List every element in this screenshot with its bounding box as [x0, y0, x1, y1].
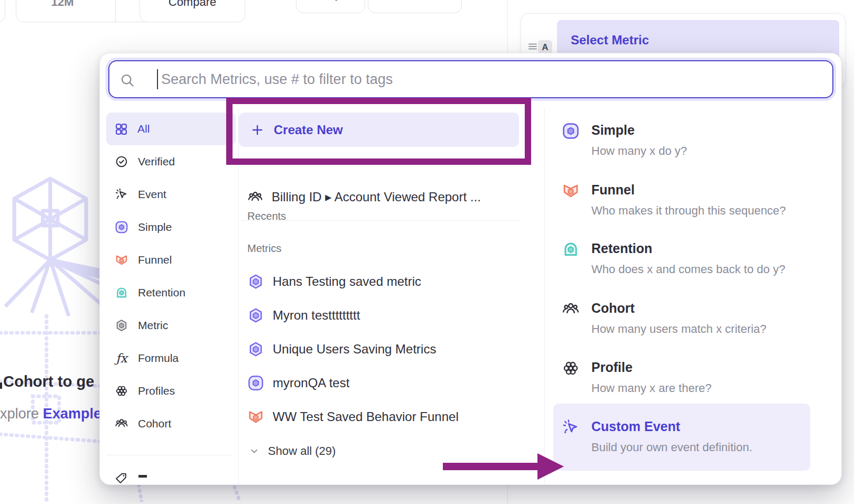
create-new-button[interactable]: Create New [239, 113, 519, 147]
plus-icon [250, 123, 264, 137]
sidebar-item-simple[interactable]: Simple [106, 211, 236, 244]
metric-hexagon-icon [247, 307, 264, 324]
metric-list-item[interactable]: Myron testtttttttt [247, 305, 360, 326]
compare-label: Compare [169, 0, 216, 9]
sidebar-item-profiles[interactable]: Profiles [106, 375, 236, 407]
show-all-label: Show all (29) [268, 444, 336, 458]
option-title: Simple [591, 122, 687, 138]
option-desc: How many x do y? [591, 144, 687, 158]
recents-divider [241, 220, 519, 221]
cohort-people-icon [562, 300, 580, 318]
retention-icon [115, 286, 128, 300]
sidebar-item-clipped[interactable] [115, 472, 147, 485]
sidebar-item-cohort[interactable]: Cohort [106, 407, 236, 440]
option-title: Cohort [591, 300, 766, 316]
range-12m-button[interactable]: 12M [16, 0, 109, 22]
simple-icon [115, 220, 128, 234]
line-chart-icon [394, 0, 407, 1]
sidebar-item-label: Verified [138, 155, 175, 168]
search-box [108, 60, 833, 98]
funnel-icon [115, 253, 128, 267]
metrics-section-label: Metrics [247, 242, 281, 255]
metric-item-label: WW Test Saved Behavior Funnel [273, 409, 459, 424]
link-prefix: xplore [0, 406, 43, 422]
sidebar-divider [238, 108, 239, 484]
cohort-people-icon [115, 417, 128, 431]
option-profile[interactable]: Profile How many x are there? [562, 359, 711, 395]
range-12m-label: 12M [51, 0, 74, 9]
option-desc: Who does x and comes back to do y? [591, 263, 785, 276]
sidebar-item-funnel[interactable]: Funnel [106, 244, 236, 276]
sidebar-item-all[interactable]: All [106, 113, 236, 145]
series-badge: A [538, 40, 552, 54]
metric-select-screen: 12M YTD Compare Day Line Cohort to ge [0, 0, 854, 504]
clipped-heading-fragment [0, 382, 2, 389]
option-desc: Build your own event definition. [591, 441, 753, 454]
sidebar-item-formula[interactable]: ƒx Formula [106, 342, 236, 375]
sidebar-item-label: Cohort [138, 417, 171, 430]
compare-button[interactable]: Compare [140, 0, 245, 22]
formula-icon: ƒx [115, 351, 128, 365]
search-icon [120, 73, 135, 88]
sidebar-item-label: Simple [138, 221, 172, 234]
metric-item-label: myronQA test [273, 376, 349, 390]
clipped-item-text [138, 475, 147, 478]
day-label: Day [320, 0, 341, 1]
sidebar-item-verified[interactable]: Verified [106, 145, 236, 178]
profiles-flower-icon [115, 384, 128, 398]
custom-event-cursor-icon [562, 418, 580, 436]
simple-icon [247, 375, 264, 391]
option-funnel[interactable]: Funnel Who makes it through this sequenc… [562, 182, 786, 218]
metric-item-label: Hans Testing saved metric [273, 274, 421, 289]
middle-divider [544, 108, 545, 484]
option-cohort[interactable]: Cohort How many users match x criteria? [562, 300, 766, 336]
line-label: Line [414, 0, 436, 1]
filter-sidebar: All Verified Event Simple Funnel Retenti… [106, 113, 236, 440]
option-retention[interactable]: Retention Who does x and comes back to d… [562, 240, 785, 276]
option-title: Profile [591, 359, 711, 375]
metric-list-item[interactable]: Unique Users Saving Metrics [247, 339, 436, 360]
option-desc: How many x are there? [591, 381, 711, 395]
metric-hexagon-icon [247, 341, 264, 358]
empty-state-text: xplore Example [0, 406, 101, 422]
option-custom-event[interactable]: Custom Event Build your own event defini… [562, 418, 753, 454]
option-desc: Who makes it through this sequence? [591, 204, 786, 218]
sidebar-item-label: Formula [138, 352, 179, 365]
sidebar-item-label: Metric [138, 319, 168, 332]
metric-list-item[interactable]: Hans Testing saved metric [247, 271, 421, 292]
text-cursor [157, 69, 158, 89]
funnel-icon [247, 408, 264, 425]
option-simple[interactable]: Simple How many x do y? [562, 122, 687, 158]
clipped-left-button[interactable] [0, 0, 5, 22]
example-link[interactable]: Example [43, 406, 101, 422]
sidebar-item-event[interactable]: Event [106, 178, 236, 211]
chart-type-line-button[interactable]: Line [368, 0, 462, 13]
drag-handle-icon[interactable] [526, 40, 539, 53]
search-input[interactable] [160, 63, 818, 95]
event-cursor-icon [115, 188, 128, 201]
recent-item[interactable]: Billing ID ▸ Account Viewed Report ... [247, 186, 481, 208]
sidebar-item-label: Profiles [138, 385, 175, 397]
funnel-icon [562, 182, 580, 200]
granularity-day-button[interactable]: Day [296, 0, 365, 13]
metric-item-label: Unique Users Saving Metrics [273, 342, 436, 357]
sidebar-item-label: Retention [138, 286, 185, 299]
metric-list-item[interactable]: WW Test Saved Behavior Funnel [247, 406, 459, 427]
metric-picker-dialog: All Verified Event Simple Funnel Retenti… [99, 53, 842, 485]
metric-list-item[interactable]: myronQA test [247, 372, 349, 394]
sidebar-item-metric[interactable]: Metric [106, 309, 236, 342]
option-desc: How many users match x criteria? [591, 322, 766, 336]
select-metric-label: Select Metric [571, 33, 649, 48]
retention-icon [562, 240, 580, 258]
show-all-button[interactable]: Show all (29) [249, 444, 336, 458]
empty-state-heading: Cohort to ge [3, 373, 94, 390]
sidebar-item-label: All [137, 123, 150, 135]
verified-badge-icon [115, 155, 128, 169]
grid-icon [115, 123, 128, 136]
sidebar-item-retention[interactable]: Retention [106, 276, 236, 309]
sidebar-item-label: Funnel [138, 254, 172, 266]
profiles-flower-icon [562, 359, 580, 377]
sidebar-section-divider [106, 455, 232, 455]
tag-icon [115, 472, 128, 485]
create-new-label: Create New [274, 123, 343, 137]
